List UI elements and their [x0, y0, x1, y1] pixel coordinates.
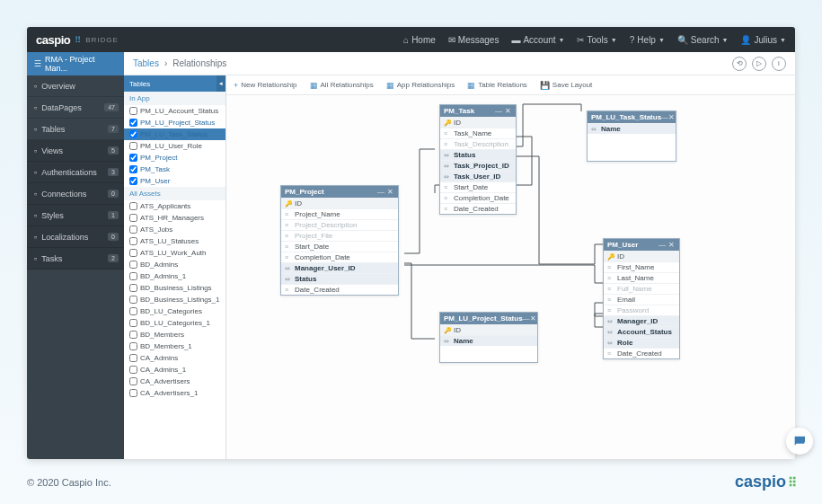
field-row[interactable]: ⇔Status: [281, 273, 398, 284]
leftnav-item-styles[interactable]: ▫Styles1: [27, 205, 124, 226]
field-row[interactable]: ≡Email: [604, 294, 679, 305]
table-item[interactable]: CA_Advertisers: [124, 376, 225, 387]
table-item[interactable]: BD_Admins_1: [124, 270, 225, 282]
table-item[interactable]: BD_Admins: [124, 259, 225, 270]
table-checkbox[interactable]: [129, 331, 137, 339]
field-row[interactable]: 🔑ID: [440, 324, 537, 335]
table-checkbox[interactable]: [129, 214, 137, 222]
table-item[interactable]: ATS_HR_Managers: [124, 212, 225, 224]
field-row[interactable]: ⇔Task_Project_ID: [440, 160, 516, 171]
collapse-arrow-icon[interactable]: ◂: [217, 75, 225, 92]
minimize-icon[interactable]: —: [658, 241, 667, 249]
table-item[interactable]: ATS_LU_Work_Auth: [124, 247, 225, 259]
table-checkbox[interactable]: [129, 319, 137, 327]
field-row[interactable]: ≡Completion_Date: [440, 192, 516, 203]
table-pm-lu-task-status[interactable]: PM_LU_Task_Status—✕ ⇔Name: [587, 111, 676, 162]
table-checkbox[interactable]: [129, 307, 137, 315]
leftnav-item-connections[interactable]: ▫Connections0: [27, 183, 124, 205]
field-row[interactable]: ≡Start_Date: [281, 241, 398, 252]
new-relationship-button[interactable]: +New Relationship: [234, 81, 297, 90]
nav-user[interactable]: 👤Julius▼: [740, 35, 786, 45]
table-checkbox[interactable]: [129, 284, 137, 292]
table-checkbox[interactable]: [129, 249, 137, 257]
table-item[interactable]: PM_Task: [124, 164, 225, 175]
close-icon[interactable]: ✕: [667, 241, 676, 249]
close-icon[interactable]: ✕: [530, 314, 536, 323]
field-row[interactable]: ≡First_Name: [604, 261, 679, 272]
field-row[interactable]: ⇔Status: [440, 149, 516, 160]
leftnav-item-overview[interactable]: ▫Overview: [27, 75, 124, 97]
field-row[interactable]: ≡Project_Description: [281, 219, 398, 230]
table-item[interactable]: ATS_LU_Statuses: [124, 235, 225, 247]
table-item[interactable]: PM_LU_Project_Status: [124, 117, 225, 128]
leftnav-item-datapages[interactable]: ▫DataPages47: [27, 97, 124, 119]
minimize-icon[interactable]: —: [494, 107, 503, 115]
field-row[interactable]: ≡Completion_Date: [281, 252, 398, 262]
table-pm-project[interactable]: PM_Project—✕ 🔑ID≡Project_Name≡Project_De…: [280, 185, 399, 296]
table-item[interactable]: ATS_Jobs: [124, 224, 225, 235]
table-item[interactable]: BD_Members_1: [124, 340, 225, 352]
table-item[interactable]: PM_Project: [124, 152, 225, 164]
field-row[interactable]: ≡Task_Name: [440, 128, 516, 138]
undo-button[interactable]: ⟲: [732, 57, 747, 71]
field-row[interactable]: ⇔Manager_ID: [604, 315, 679, 326]
close-icon[interactable]: ✕: [385, 188, 394, 196]
minimize-icon[interactable]: —: [376, 188, 385, 196]
leftnav-header[interactable]: ☰ RMA - Project Man...: [27, 52, 124, 75]
table-checkbox[interactable]: [129, 261, 137, 269]
leftnav-item-views[interactable]: ▫Views5: [27, 140, 124, 162]
all-relationships-button[interactable]: ▦All Relationships: [310, 81, 374, 90]
table-item[interactable]: BD_LU_Categories_1: [124, 317, 225, 329]
nav-search[interactable]: 🔍Search▼: [677, 35, 729, 45]
table-item[interactable]: CA_Advertisers_1: [124, 387, 225, 399]
table-checkbox[interactable]: [129, 389, 137, 397]
field-row[interactable]: 🔑ID: [604, 251, 679, 261]
nav-account[interactable]: ▬Account▼: [511, 35, 564, 45]
table-checkbox[interactable]: [129, 342, 137, 350]
table-checkbox[interactable]: [129, 202, 137, 210]
table-item[interactable]: ATS_Applicants: [124, 200, 225, 212]
field-row[interactable]: ⇔Account_Status: [604, 326, 679, 337]
table-checkbox[interactable]: [129, 154, 137, 162]
table-item[interactable]: PM_User: [124, 175, 225, 187]
table-checkbox[interactable]: [129, 130, 137, 138]
table-pm-lu-project-status[interactable]: PM_LU_Project_Status—✕ 🔑ID⇔Name: [439, 312, 538, 363]
table-item[interactable]: BD_Business_Listings_1: [124, 294, 225, 305]
field-row[interactable]: ⇔Role: [604, 337, 679, 348]
table-checkbox[interactable]: [129, 107, 137, 115]
field-row[interactable]: 🔑ID: [281, 198, 398, 208]
play-button[interactable]: ▷: [752, 57, 766, 71]
field-row[interactable]: ≡Task_Description: [440, 138, 516, 149]
leftnav-item-tasks[interactable]: ▫Tasks2: [27, 248, 124, 270]
table-item[interactable]: BD_Business_Listings: [124, 282, 225, 294]
close-icon[interactable]: ✕: [503, 107, 512, 115]
field-row[interactable]: ⇔Name: [440, 335, 537, 346]
field-row[interactable]: 🔑ID: [440, 117, 516, 128]
field-row[interactable]: ≡Last_Name: [604, 272, 679, 283]
all-assets-list[interactable]: ATS_ApplicantsATS_HR_ManagersATS_JobsATS…: [124, 200, 225, 459]
table-item[interactable]: PM_LU_Account_Status: [124, 105, 225, 117]
table-checkbox[interactable]: [129, 354, 137, 362]
leftnav-item-localizations[interactable]: ▫Localizations0: [27, 226, 124, 248]
table-item[interactable]: BD_LU_Categories: [124, 305, 225, 317]
table-pm-user[interactable]: PM_User—✕ 🔑ID≡First_Name≡Last_Name≡Full_…: [603, 238, 680, 359]
field-row[interactable]: ≡Full_Name: [604, 283, 679, 294]
breadcrumb-tables[interactable]: Tables: [133, 58, 159, 68]
field-row[interactable]: ≡Project_Name: [281, 208, 398, 219]
close-icon[interactable]: ✕: [668, 113, 675, 121]
table-checkbox[interactable]: [129, 377, 137, 385]
table-checkbox[interactable]: [129, 165, 137, 173]
table-checkbox[interactable]: [129, 177, 137, 185]
leftnav-item-authentications[interactable]: ▫Authentications3: [27, 162, 124, 183]
nav-home[interactable]: ⌂Home: [403, 35, 436, 45]
field-row[interactable]: ≡Date_Created: [604, 348, 679, 358]
table-item[interactable]: CA_Admins_1: [124, 364, 225, 376]
minimize-icon[interactable]: —: [661, 113, 668, 121]
nav-help[interactable]: ?Help▼: [630, 35, 665, 45]
table-checkbox[interactable]: [129, 225, 137, 234]
field-row[interactable]: ≡Start_Date: [440, 181, 516, 192]
save-layout-button[interactable]: 💾Save Layout: [540, 81, 592, 90]
leftnav-item-tables[interactable]: ▫Tables7: [27, 119, 124, 140]
nav-tools[interactable]: ✂Tools▼: [577, 35, 616, 45]
relationship-canvas[interactable]: PM_Project—✕ 🔑ID≡Project_Name≡Project_De…: [226, 95, 795, 459]
